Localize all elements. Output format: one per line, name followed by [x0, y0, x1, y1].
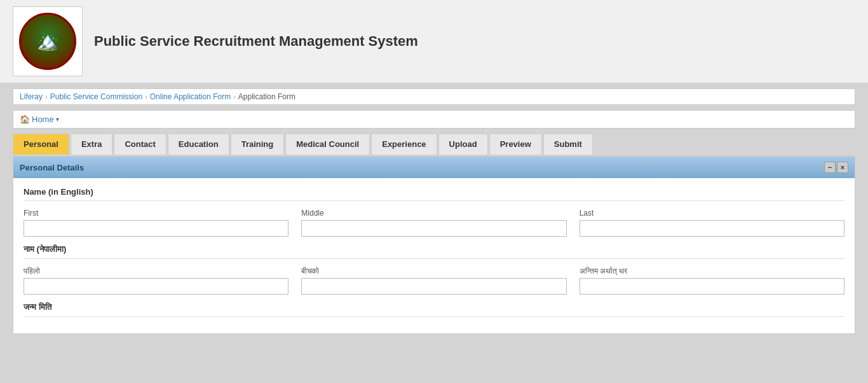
name-english-section-title: Name (in English): [24, 187, 844, 201]
first-name-label: First: [24, 209, 288, 218]
tab-extra[interactable]: Extra: [71, 134, 113, 155]
dob-section-title: जन्म मिति: [24, 302, 844, 317]
home-dropdown-arrow: ▾: [56, 116, 59, 123]
last-nepali-input[interactable]: [580, 278, 844, 295]
panel-minimize-button[interactable]: −: [824, 162, 836, 173]
logo-box: 🏔️: [13, 6, 83, 76]
tab-contact[interactable]: Contact: [114, 134, 166, 155]
last-nepali-label: अन्तिम अर्थात् थर: [580, 267, 844, 275]
home-label: Home: [32, 115, 54, 124]
logo-emblem: 🏔️: [37, 32, 59, 50]
logo-circle: 🏔️: [19, 13, 76, 70]
last-name-input[interactable]: [580, 220, 844, 237]
breadcrumb-liferay[interactable]: Liferay: [20, 92, 43, 101]
first-nepali-label: पहिलो: [24, 267, 288, 275]
home-link[interactable]: 🏠 Home ▾: [20, 115, 59, 124]
personal-details-panel: Personal Details − × Name (in English) F…: [13, 156, 855, 334]
main-content: Personal Extra Contact Education Trainin…: [13, 134, 855, 334]
name-nepali-row: पहिलो बीचको अन्तिम अर्थात् थर: [24, 267, 844, 295]
panel-title: Personal Details: [20, 163, 84, 172]
panel-controls: − ×: [824, 162, 848, 173]
middle-name-label: Middle: [301, 209, 566, 218]
tab-personal[interactable]: Personal: [13, 134, 69, 155]
last-name-label: Last: [580, 209, 844, 218]
breadcrumb: Liferay › Public Service Commission › On…: [13, 88, 855, 105]
app-title: Public Service Recruitment Management Sy…: [94, 33, 418, 50]
tab-medical-council[interactable]: Medical Council: [285, 134, 370, 155]
tabs-row: Personal Extra Contact Education Trainin…: [13, 134, 855, 155]
first-nepali-input[interactable]: [24, 278, 288, 295]
breadcrumb-psc[interactable]: Public Service Commission: [50, 92, 142, 101]
middle-nepali-group: बीचको: [301, 267, 566, 295]
panel-body: Name (in English) First Middle Last नाम …: [13, 178, 855, 333]
panel-header: Personal Details − ×: [13, 157, 855, 178]
breadcrumb-sep-2: ›: [145, 93, 147, 101]
first-name-group: First: [24, 209, 288, 237]
middle-nepali-input[interactable]: [301, 278, 566, 295]
tab-submit[interactable]: Submit: [543, 134, 593, 155]
first-name-input[interactable]: [24, 220, 288, 237]
tab-upload[interactable]: Upload: [438, 134, 488, 155]
name-english-row: First Middle Last: [24, 209, 844, 237]
tab-preview[interactable]: Preview: [489, 134, 542, 155]
middle-name-input[interactable]: [301, 220, 566, 237]
middle-nepali-label: बीचको: [301, 267, 566, 275]
tab-experience[interactable]: Experience: [371, 134, 437, 155]
last-name-group: Last: [580, 209, 844, 237]
breadcrumb-sep-3: ›: [233, 93, 236, 101]
page-header: 🏔️ Public Service Recruitment Management…: [0, 0, 868, 83]
last-nepali-group: अन्तिम अर्थात् थर: [580, 267, 844, 295]
first-nepali-group: पहिलो: [24, 267, 288, 295]
name-nepali-section-title: नाम (नेपालीमा): [24, 244, 844, 259]
breadcrumb-sep-1: ›: [45, 93, 48, 101]
nav-bar: 🏠 Home ▾: [13, 110, 855, 129]
tab-education[interactable]: Education: [168, 134, 229, 155]
breadcrumb-oaf[interactable]: Online Application Form: [150, 92, 231, 101]
breadcrumb-current: Application Form: [238, 92, 295, 101]
home-icon: 🏠: [20, 115, 30, 124]
panel-close-button[interactable]: ×: [837, 162, 848, 173]
tab-training[interactable]: Training: [231, 134, 285, 155]
middle-name-group: Middle: [301, 209, 566, 237]
